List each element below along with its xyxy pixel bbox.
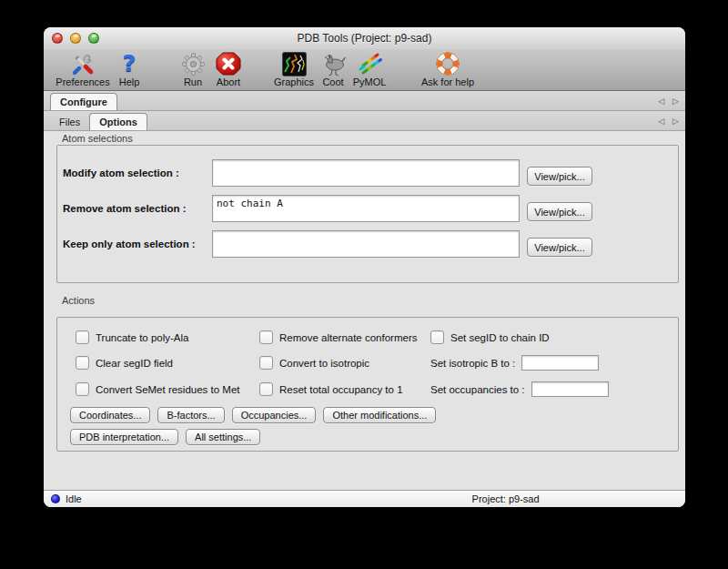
toolbar-item-coot[interactable]: Coot	[317, 51, 349, 88]
toolbar-label-pymol: PyMOL	[353, 76, 387, 88]
toolbar-label-graphics: Graphics	[274, 76, 314, 88]
remove-selection-input[interactable]: not chain A	[212, 195, 520, 222]
lifebuoy-icon	[435, 51, 460, 76]
set-occupancies-input[interactable]	[531, 381, 609, 397]
remove-selection-row: Remove atom selection : not chain A View…	[63, 195, 667, 222]
toolbar-item-ask-for-help[interactable]: Ask for help	[415, 51, 480, 88]
checkbox-set-segid-to-chain-id[interactable]: Set segID to chain ID	[430, 330, 669, 344]
atom-selections-group: Modify atom selection : View/pick... Rem…	[56, 145, 679, 283]
toolbar-item-pymol[interactable]: PyMOL	[349, 51, 389, 88]
actions-checkbox-grid: Truncate to poly-Ala Remove alternate co…	[63, 327, 669, 397]
checkbox-convert-semet-to-met[interactable]: Convert SeMet residues to Met	[76, 382, 259, 396]
status-bar: Idle Project: p9-sad	[44, 490, 685, 507]
modify-view-pick-button[interactable]: View/pick...	[527, 167, 592, 186]
toolbar-label-preferences: Preferences	[56, 76, 109, 88]
checkbox-label: Truncate to poly-Ala	[96, 332, 188, 343]
keep-only-selection-label: Keep only atom selection :	[63, 230, 212, 258]
checkbox-label: Convert SeMet residues to Met	[96, 384, 240, 395]
set-isotropic-b-label: Set isotropic B to :	[430, 358, 515, 369]
set-isotropic-b-input[interactable]	[521, 355, 599, 371]
atom-selections-group-label: Atom selections	[62, 133, 685, 144]
toolbar-item-preferences[interactable]: Preferences	[53, 51, 113, 88]
molecule-graphics-icon	[282, 51, 307, 76]
tab-nav-sub: ◁ ▷	[658, 116, 679, 127]
title-bar: PDB Tools (Project: p9-sad)	[44, 27, 685, 49]
checkbox-label: Clear segID field	[96, 358, 173, 369]
keep-only-selection-row: Keep only atom selection : View/pick...	[63, 230, 667, 258]
keep-only-selection-input[interactable]	[212, 230, 520, 258]
status-dot-icon	[51, 494, 60, 503]
checkbox-reset-total-occupancy[interactable]: Reset total occupancy to 1	[259, 382, 430, 396]
toolbar-item-abort[interactable]: Abort	[209, 51, 248, 88]
checkbox-box[interactable]	[430, 330, 444, 344]
set-occupancies-label: Set occupancies to :	[430, 384, 525, 395]
options-panel: Atom selections Modify atom selection : …	[44, 131, 685, 490]
checkbox-label: Convert to isotropic	[279, 358, 369, 369]
tab-options[interactable]: Options	[89, 113, 147, 130]
modify-selection-row: Modify atom selection : View/pick...	[63, 159, 667, 187]
checkbox-box[interactable]	[76, 382, 89, 396]
all-settings-button[interactable]: All settings...	[186, 429, 260, 445]
set-isotropic-b-field-row: Set isotropic B to :	[430, 355, 669, 371]
tab-row-main: Configure ◁ ▷	[44, 91, 685, 111]
tools-icon	[71, 51, 96, 76]
actions-group-label: Actions	[62, 295, 685, 306]
window-controls	[52, 33, 99, 44]
toolbar-label-ask-for-help: Ask for help	[421, 76, 474, 88]
tab-nav-right-icon[interactable]: ▷	[672, 116, 679, 127]
gear-icon	[181, 51, 206, 76]
project-label: Project: p9-sad	[472, 493, 540, 504]
occupancies-button[interactable]: Occupancies...	[232, 407, 317, 423]
coot-bird-icon	[319, 51, 347, 76]
keep-only-view-pick-button[interactable]: View/pick...	[527, 238, 592, 257]
remove-view-pick-button[interactable]: View/pick...	[527, 202, 592, 221]
checkbox-remove-alternate-conformers[interactable]: Remove alternate conformers	[259, 330, 430, 344]
checkbox-box[interactable]	[259, 356, 273, 370]
checkbox-label: Reset total occupancy to 1	[279, 384, 403, 395]
pdb-interpretation-button[interactable]: PDB interpretation...	[70, 429, 178, 445]
actions-button-row-1: Coordinates... B-factors... Occupancies.…	[63, 407, 669, 423]
zoom-window-button[interactable]	[88, 33, 99, 44]
checkbox-label: Remove alternate conformers	[279, 332, 417, 343]
checkbox-truncate-poly-ala[interactable]: Truncate to poly-Ala	[76, 330, 259, 344]
b-factors-button[interactable]: B-factors...	[157, 407, 224, 423]
tab-nav-main: ◁ ▷	[658, 96, 679, 107]
checkbox-box[interactable]	[76, 330, 89, 344]
checkbox-box[interactable]	[76, 356, 89, 370]
tab-nav-left-icon[interactable]: ◁	[658, 96, 664, 107]
other-modifications-button[interactable]: Other modifications...	[323, 407, 436, 423]
toolbar-item-graphics[interactable]: Graphics	[271, 51, 317, 88]
minimize-window-button[interactable]	[70, 33, 81, 44]
toolbar-item-help[interactable]: ? Help	[113, 51, 146, 88]
checkbox-box[interactable]	[259, 330, 273, 344]
actions-group: Truncate to poly-Ala Remove alternate co…	[56, 317, 679, 452]
pymol-ribbon-icon	[356, 51, 383, 76]
tab-nav-left-icon[interactable]: ◁	[658, 116, 664, 127]
coordinates-button[interactable]: Coordinates...	[70, 407, 150, 423]
checkbox-label: Set segID to chain ID	[450, 332, 550, 343]
stop-x-icon	[216, 51, 241, 76]
tab-files[interactable]: Files	[50, 114, 89, 130]
toolbar-label-help: Help	[119, 76, 140, 88]
actions-button-row-2: PDB interpretation... All settings...	[63, 429, 669, 445]
modify-selection-label: Modify atom selection :	[63, 159, 212, 187]
modify-selection-input[interactable]	[212, 159, 520, 187]
tab-row-sub: Files Options ◁ ▷	[44, 111, 685, 131]
set-occupancies-field-row: Set occupancies to :	[430, 381, 669, 397]
checkbox-clear-segid-field[interactable]: Clear segID field	[76, 356, 259, 370]
window-title: PDB Tools (Project: p9-sad)	[44, 27, 685, 49]
toolbar: Preferences ? Help Run	[44, 49, 685, 91]
checkbox-convert-to-isotropic[interactable]: Convert to isotropic	[259, 356, 430, 370]
app-window: PDB Tools (Project: p9-sad) Preferences …	[44, 27, 685, 507]
question-mark-icon: ?	[123, 51, 136, 76]
toolbar-label-run: Run	[184, 76, 202, 88]
tab-configure[interactable]: Configure	[50, 93, 117, 110]
close-window-button[interactable]	[52, 33, 63, 44]
status-text: Idle	[66, 493, 82, 504]
toolbar-label-abort: Abort	[217, 76, 240, 88]
remove-selection-label: Remove atom selection :	[63, 195, 212, 222]
checkbox-box[interactable]	[259, 382, 273, 396]
toolbar-item-run[interactable]: Run	[177, 51, 209, 88]
tab-nav-right-icon[interactable]: ▷	[672, 96, 679, 107]
toolbar-label-coot: Coot	[322, 76, 343, 88]
